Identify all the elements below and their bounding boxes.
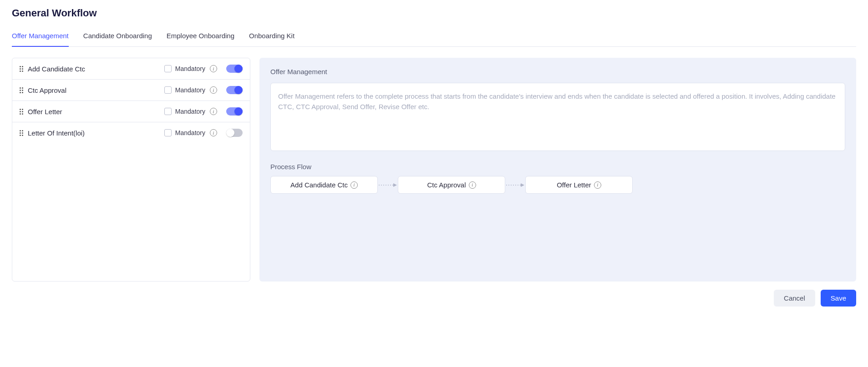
flow-step-offer-letter: Offer Letter i [525, 176, 633, 194]
enable-toggle[interactable] [226, 65, 243, 73]
workflow-item-label: Add Candidate Ctc [28, 65, 160, 73]
section-title: Offer Management [270, 68, 845, 75]
svg-marker-3 [521, 183, 524, 187]
drag-handle-icon[interactable] [20, 109, 23, 115]
tab-candidate-onboarding[interactable]: Candidate Onboarding [83, 27, 152, 47]
workflow-list: Add Candidate Ctc Mandatory i Ctc Approv… [12, 58, 250, 282]
drag-handle-icon[interactable] [20, 66, 23, 72]
arrow-right-icon [505, 183, 525, 187]
workflow-item-label: Offer Letter [28, 108, 160, 116]
tab-employee-onboarding[interactable]: Employee Onboarding [167, 27, 234, 47]
info-icon[interactable]: i [350, 181, 358, 189]
flow-step-add-candidate-ctc: Add Candidate Ctc i [270, 176, 378, 194]
page-title: General Workflow [12, 7, 856, 19]
process-flow: Add Candidate Ctc i Ctc Approval i [270, 176, 845, 194]
process-flow-heading: Process Flow [270, 163, 845, 171]
workflow-item-label: Letter Of Intent(loi) [28, 129, 160, 137]
workflow-row-add-candidate-ctc: Add Candidate Ctc Mandatory i [12, 58, 250, 80]
workflow-row-offer-letter: Offer Letter Mandatory i [12, 101, 250, 122]
tab-onboarding-kit[interactable]: Onboarding Kit [249, 27, 294, 47]
enable-toggle[interactable] [226, 107, 243, 116]
workflow-row-ctc-approval: Ctc Approval Mandatory i [12, 80, 250, 101]
info-icon[interactable]: i [210, 65, 217, 72]
enable-toggle[interactable] [226, 129, 243, 137]
flow-step-label: Ctc Approval [427, 181, 466, 189]
info-icon[interactable]: i [594, 181, 601, 189]
mandatory-checkbox[interactable] [164, 65, 172, 72]
mandatory-label: Mandatory [175, 86, 205, 94]
info-icon[interactable]: i [210, 129, 217, 136]
mandatory-label: Mandatory [175, 65, 205, 72]
flow-step-label: Add Candidate Ctc [290, 181, 348, 189]
flow-step-ctc-approval: Ctc Approval i [398, 176, 505, 194]
svg-marker-1 [393, 183, 397, 187]
cancel-button[interactable]: Cancel [774, 290, 815, 307]
workflow-row-letter-of-intent: Letter Of Intent(loi) Mandatory i [12, 122, 250, 143]
save-button[interactable]: Save [821, 290, 856, 307]
flow-step-label: Offer Letter [557, 181, 591, 189]
info-icon[interactable]: i [210, 108, 217, 115]
mandatory-checkbox[interactable] [164, 86, 172, 94]
drag-handle-icon[interactable] [20, 130, 23, 136]
footer-actions: Cancel Save [12, 290, 856, 307]
mandatory-checkbox[interactable] [164, 108, 172, 115]
tab-offer-management[interactable]: Offer Management [12, 27, 69, 47]
info-icon[interactable]: i [210, 86, 217, 94]
info-icon[interactable]: i [469, 181, 476, 189]
enable-toggle[interactable] [226, 86, 243, 94]
description-text: Offer Management refers to the complete … [278, 91, 838, 112]
mandatory-label: Mandatory [175, 129, 205, 136]
workflow-item-label: Ctc Approval [28, 86, 160, 94]
detail-panel: Offer Management Offer Management refers… [259, 58, 856, 282]
tabs: Offer Management Candidate Onboarding Em… [12, 27, 856, 47]
mandatory-label: Mandatory [175, 108, 205, 115]
description-box[interactable]: Offer Management refers to the complete … [270, 83, 845, 151]
arrow-right-icon [378, 183, 398, 187]
drag-handle-icon[interactable] [20, 87, 23, 93]
mandatory-checkbox[interactable] [164, 129, 172, 136]
